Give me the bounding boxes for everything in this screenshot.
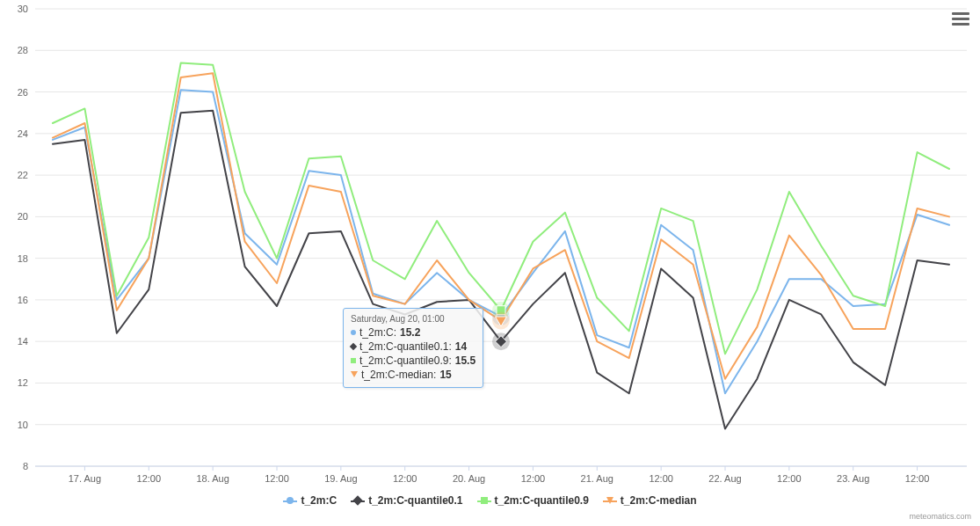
legend-label: t_2m:C-median <box>621 494 697 507</box>
svg-text:12:00: 12:00 <box>521 473 546 484</box>
svg-text:12:00: 12:00 <box>265 473 289 484</box>
svg-text:28: 28 <box>18 45 28 55</box>
svg-text:20. Aug: 20. Aug <box>453 473 485 484</box>
svg-text:12:00: 12:00 <box>393 473 417 484</box>
legend-item[interactable]: t_2m:C-quantile0.1 <box>351 494 462 507</box>
svg-text:23. Aug: 23. Aug <box>837 473 869 484</box>
svg-text:19. Aug: 19. Aug <box>324 473 357 484</box>
svg-text:18: 18 <box>18 253 28 264</box>
svg-text:21. Aug: 21. Aug <box>581 473 613 484</box>
svg-text:24: 24 <box>18 128 28 139</box>
svg-text:12:00: 12:00 <box>777 473 802 484</box>
legend-label: t_2m:C-quantile0.9 <box>495 494 589 507</box>
svg-text:12:00: 12:00 <box>137 473 162 484</box>
svg-text:10: 10 <box>18 420 28 430</box>
svg-text:8: 8 <box>23 461 28 471</box>
svg-text:12:00: 12:00 <box>905 473 930 484</box>
svg-text:14: 14 <box>18 336 28 347</box>
svg-text:20: 20 <box>18 211 28 222</box>
svg-text:16: 16 <box>18 295 28 305</box>
legend-item[interactable]: t_2m:C-quantile0.9 <box>477 494 589 507</box>
svg-text:12: 12 <box>18 377 28 388</box>
svg-text:30: 30 <box>18 4 28 14</box>
svg-text:22. Aug: 22. Aug <box>708 473 741 484</box>
credit-link[interactable]: meteomatics.com <box>909 512 971 521</box>
svg-text:18. Aug: 18. Aug <box>196 473 229 484</box>
svg-text:17. Aug: 17. Aug <box>69 473 101 484</box>
legend-item[interactable]: t_2m:C-median <box>603 494 697 507</box>
svg-text:22: 22 <box>18 170 28 180</box>
legend-item[interactable]: t_2m:C <box>283 494 337 507</box>
hamburger-menu-icon[interactable] <box>950 9 971 28</box>
svg-text:12:00: 12:00 <box>649 473 673 484</box>
svg-text:26: 26 <box>18 87 28 98</box>
chart-plot-area[interactable]: 8101214161820222426283017. Aug12:0018. A… <box>0 0 980 526</box>
chart-container: 8101214161820222426283017. Aug12:0018. A… <box>0 0 980 526</box>
legend-label: t_2m:C <box>301 494 337 507</box>
legend: t_2m:Ct_2m:C-quantile0.1t_2m:C-quantile0… <box>0 494 980 507</box>
legend-label: t_2m:C-quantile0.1 <box>368 494 462 507</box>
